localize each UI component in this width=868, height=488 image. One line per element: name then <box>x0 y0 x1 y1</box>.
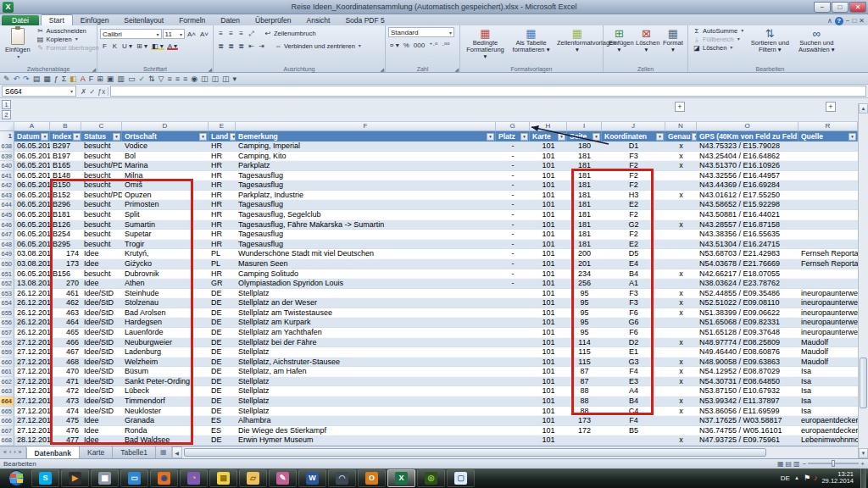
cell-G663[interactable] <box>496 386 530 396</box>
cell-F644[interactable]: Tagesausflug <box>236 200 496 210</box>
cell-D640[interactable]: Marina <box>122 161 209 171</box>
normal-view-icon[interactable]: ▦ <box>777 460 784 468</box>
insert-picture-icon[interactable]: ▣ <box>107 74 114 84</box>
format-cells-button[interactable]: ▦Format ▾ <box>660 27 686 64</box>
spelling-icon[interactable]: ✓ <box>138 74 145 84</box>
cell-R657[interactable]: ineuropaunterwegs <box>798 328 858 338</box>
cell-A667[interactable]: 27.12.2014 <box>14 426 50 436</box>
cell-O664[interactable]: N53.99342 / E11.37897 <box>697 396 798 407</box>
cell-H661[interactable]: 101 <box>530 367 567 377</box>
cell-E654[interactable]: DE <box>209 298 236 308</box>
cell-A641[interactable]: 06.05.2011 <box>14 171 50 181</box>
cell-O667[interactable]: N36.74755 / W05.16101 <box>697 426 798 436</box>
cell-O657[interactable]: N51.65128 / E09.37648 <box>697 328 798 338</box>
cell-E656[interactable]: DE <box>209 318 236 328</box>
insert-chart-icon[interactable]: ▥ <box>117 74 125 84</box>
cell-D650[interactable]: Giżycko <box>122 259 209 269</box>
cell-N655[interactable]: x <box>665 308 697 319</box>
row-header-665[interactable]: 665 <box>0 407 14 417</box>
cell-D660[interactable]: Welzheim <box>122 358 209 368</box>
format-painter-icon[interactable]: ✎ <box>3 74 10 84</box>
cell-G654[interactable] <box>496 298 530 308</box>
cell-A664[interactable]: 27.12.2014 <box>14 396 50 407</box>
cell-C645[interactable]: besucht <box>81 210 122 220</box>
cell-J664[interactable]: B4 <box>602 396 665 407</box>
row-header-648[interactable]: 648 <box>0 240 14 250</box>
prev-sheet-icon[interactable]: ‹ <box>8 449 12 455</box>
workbook-close-button[interactable]: ✕ <box>859 17 865 25</box>
row-header-646[interactable]: 646 <box>0 220 14 230</box>
italic-button[interactable]: K <box>110 42 120 51</box>
cell-C661[interactable]: Idee/StD <box>81 367 122 377</box>
cell-E644[interactable]: HR <box>209 200 236 210</box>
cell-I646[interactable]: 181 <box>567 220 602 230</box>
cell-D654[interactable]: Stolzenau <box>122 298 209 308</box>
cell-A638[interactable]: 06.05.2011 <box>14 141 50 152</box>
cell-J665[interactable]: C4 <box>602 407 665 417</box>
cell-B647[interactable]: B254 <box>50 230 81 240</box>
insert-function-icon[interactable]: ƒ <box>54 74 58 84</box>
cell-F639[interactable]: Camping, Kito <box>236 152 496 162</box>
cell-E643[interactable]: HR <box>209 191 236 201</box>
cell-B651[interactable]: B156 <box>50 269 81 280</box>
horizontal-scroll-thumb[interactable] <box>184 448 766 457</box>
cell-I640[interactable]: 181 <box>567 161 602 171</box>
cell-A666[interactable]: 27.12.2014 <box>14 416 50 426</box>
font-size-select[interactable]: 11▾ <box>163 29 185 39</box>
cell-A648[interactable]: 06.05.2011 <box>14 240 50 250</box>
filter-icon[interactable]: ▼ <box>656 133 664 141</box>
undo-icon[interactable]: ↶ <box>14 74 20 84</box>
fill-button[interactable]: ⤓Füllbereich▾ <box>691 36 745 43</box>
cell-F662[interactable]: Stellplatz <box>236 377 496 387</box>
cell-N638[interactable]: x <box>665 141 697 152</box>
select-all-corner[interactable] <box>0 122 14 130</box>
cell-G644[interactable]: - <box>496 200 530 210</box>
column-header-D[interactable]: D <box>122 122 209 130</box>
row-header-661[interactable]: 661 <box>0 367 14 377</box>
name-box[interactable]: S664▾ <box>2 86 76 97</box>
cell-C640[interactable]: besucht/PD <box>81 161 122 171</box>
cell-R652[interactable] <box>798 279 858 289</box>
cell-D668[interactable]: Bad Waldsee <box>122 435 209 446</box>
cell-H640[interactable]: 101 <box>530 161 567 171</box>
cell-D652[interactable]: Athen <box>122 279 209 289</box>
cell-J638[interactable]: D1 <box>602 141 665 152</box>
font-color-icon[interactable]: A <box>81 74 86 84</box>
cell-J655[interactable]: F6 <box>602 308 665 319</box>
cell-I667[interactable]: 172 <box>567 426 602 436</box>
cell-B645[interactable]: B181 <box>50 210 81 220</box>
cell-O654[interactable]: N52.51022 / E09.08110 <box>697 298 798 308</box>
conditional-formatting-button[interactable]: ▦Bedingte Formatierung ▾ <box>463 27 508 64</box>
filter-icon[interactable]: ▼ <box>199 133 207 141</box>
cell-G640[interactable]: - <box>496 161 530 171</box>
cell-R656[interactable]: ineuropaunterwegs <box>798 318 858 328</box>
cell-J652[interactable]: A1 <box>602 279 665 289</box>
cell-A665[interactable]: 27.12.2014 <box>14 407 50 417</box>
cell-C653[interactable]: Idee/StD <box>81 289 122 299</box>
cell-A668[interactable]: 28.12.2014 <box>14 435 50 446</box>
cell-B652[interactable]: 270 <box>50 279 81 289</box>
cell-R645[interactable] <box>798 210 858 220</box>
calculator-taskbar-button[interactable]: ▦ <box>91 469 119 487</box>
cell-C650[interactable]: Idee <box>81 259 122 269</box>
firefox-taskbar-button[interactable]: ◉ <box>150 469 178 487</box>
cell-D656[interactable]: Hardegsen <box>122 318 209 328</box>
row-header-638[interactable]: 638 <box>0 141 14 152</box>
cell-R665[interactable]: Isa <box>798 407 858 417</box>
maximize-button[interactable]: □ <box>832 2 849 13</box>
cell-H658[interactable]: 101 <box>530 338 567 348</box>
cell-F658[interactable]: Stellplatz bei der Fähre <box>236 338 496 348</box>
cell-O668[interactable]: N47.93725 / E09.75961 <box>697 435 798 446</box>
cell-I653[interactable]: 95 <box>567 289 602 299</box>
row-header-653[interactable]: 653 <box>0 289 14 299</box>
orientation-button[interactable]: ⤢ <box>247 29 256 38</box>
cell-N653[interactable]: x <box>665 289 697 299</box>
table-header-karte[interactable]: Karte▼ <box>530 131 567 141</box>
cell-O645[interactable]: N43.50881 / E16.44021 <box>697 210 798 220</box>
cell-R654[interactable]: ineuropaunterwegs <box>798 298 858 308</box>
notepad-taskbar-button[interactable]: ▢ <box>447 469 475 487</box>
cell-styles-button[interactable]: ▦Zellenformatvorlagen ▾ <box>554 27 600 64</box>
page-layout-view-icon[interactable]: ▤ <box>786 460 793 468</box>
row-header-655[interactable]: 655 <box>0 308 14 319</box>
cell-J658[interactable]: D2 <box>602 338 665 348</box>
